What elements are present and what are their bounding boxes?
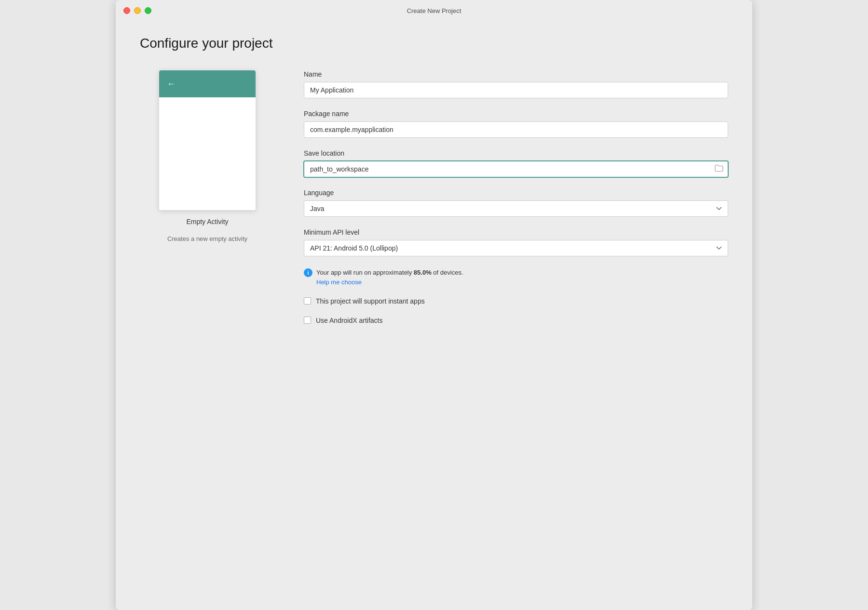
language-label: Language xyxy=(304,189,728,197)
maximize-button[interactable] xyxy=(145,7,151,14)
traffic-lights xyxy=(123,7,151,14)
minimize-button[interactable] xyxy=(134,7,141,14)
activity-label: Empty Activity xyxy=(186,218,228,225)
instant-apps-label: This project will support instant apps xyxy=(316,297,425,305)
creates-label: Creates a new empty activity xyxy=(167,235,247,242)
name-form-group: Name xyxy=(304,70,728,98)
info-icon: i xyxy=(304,268,312,277)
androidx-checkbox-row: Use AndroidX artifacts xyxy=(304,317,728,324)
min-api-select[interactable]: API 16: Android 4.1 (Jelly Bean) API 17:… xyxy=(304,240,728,256)
androidx-label: Use AndroidX artifacts xyxy=(316,317,383,324)
right-panel: Name Package name Save location xyxy=(304,70,728,324)
help-me-choose-link[interactable]: Help me choose xyxy=(316,278,463,286)
close-button[interactable] xyxy=(123,7,130,14)
package-form-group: Package name xyxy=(304,110,728,138)
phone-toolbar: ← xyxy=(159,70,256,97)
main-window: Create New Project Configure your projec… xyxy=(116,0,752,610)
language-select[interactable]: Java Kotlin xyxy=(304,200,728,217)
instant-apps-checkbox-row: This project will support instant apps xyxy=(304,297,728,305)
phone-body xyxy=(159,97,256,210)
instant-apps-checkbox[interactable] xyxy=(304,297,311,305)
info-text-percent: 85.0% xyxy=(414,269,432,276)
info-text-suffix: of devices. xyxy=(432,269,463,276)
save-location-label: Save location xyxy=(304,149,728,157)
info-text: Your app will run on approximately 85.0%… xyxy=(316,269,463,276)
min-api-form-group: Minimum API level API 16: Android 4.1 (J… xyxy=(304,228,728,256)
language-form-group: Language Java Kotlin xyxy=(304,189,728,217)
save-location-input[interactable] xyxy=(304,161,728,177)
folder-browse-icon[interactable] xyxy=(715,165,723,174)
name-label: Name xyxy=(304,70,728,78)
name-input[interactable] xyxy=(304,82,728,98)
min-api-label: Minimum API level xyxy=(304,228,728,236)
package-label: Package name xyxy=(304,110,728,118)
phone-preview: ← xyxy=(159,70,256,210)
left-panel: ← Empty Activity Creates a new empty act… xyxy=(140,70,275,242)
page-title: Configure your project xyxy=(140,36,728,51)
main-layout: ← Empty Activity Creates a new empty act… xyxy=(140,70,728,324)
info-content: Your app will run on approximately 85.0%… xyxy=(316,268,463,286)
window-title: Create New Project xyxy=(407,7,461,14)
save-location-input-wrapper xyxy=(304,161,728,177)
info-row: i Your app will run on approximately 85.… xyxy=(304,268,728,286)
content-area: Configure your project ← Empty Activity … xyxy=(116,21,752,339)
package-input[interactable] xyxy=(304,121,728,138)
back-arrow-icon: ← xyxy=(167,79,176,89)
save-location-form-group: Save location xyxy=(304,149,728,177)
title-bar: Create New Project xyxy=(116,0,752,21)
info-text-prefix: Your app will run on approximately xyxy=(316,269,414,276)
androidx-checkbox[interactable] xyxy=(304,317,311,324)
